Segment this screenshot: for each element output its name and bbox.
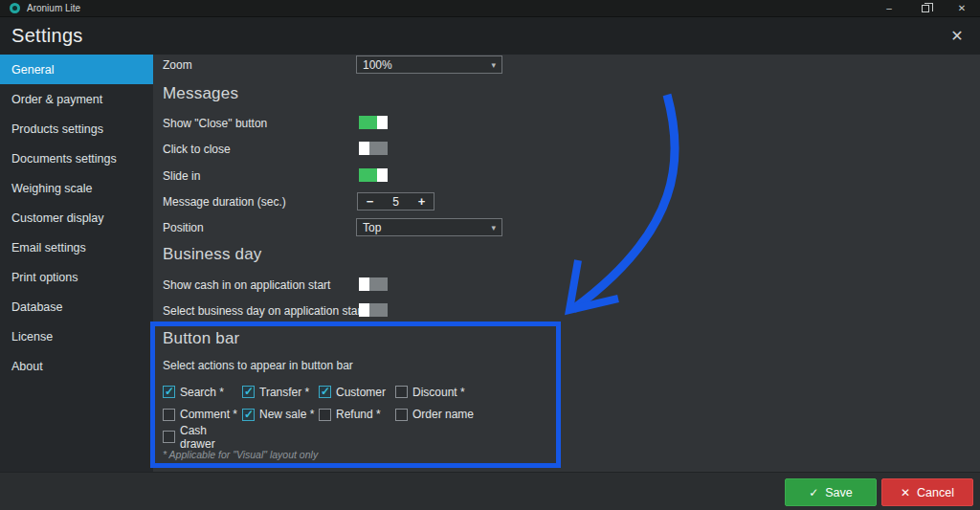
decrement-button[interactable]: − bbox=[358, 194, 382, 209]
toggle-knob bbox=[359, 303, 369, 317]
button-bar-section-title: Button bar bbox=[163, 329, 239, 348]
restore-icon bbox=[922, 5, 929, 12]
checkbox-cash-drawer[interactable]: Cash drawer bbox=[163, 424, 242, 451]
checkbox-customer[interactable]: Customer bbox=[319, 386, 395, 399]
close-button[interactable]: ✕ bbox=[944, 0, 980, 16]
sidebar-item-print-options[interactable]: Print options bbox=[0, 262, 153, 292]
sidebar-item-database[interactable]: Database bbox=[0, 292, 153, 322]
checkbox-discount[interactable]: Discount * bbox=[395, 386, 546, 399]
sidebar-item-documents-settings[interactable]: Documents settings bbox=[0, 144, 153, 173]
sidebar-item-license[interactable]: License bbox=[0, 322, 153, 351]
check-icon: ✓ bbox=[809, 486, 818, 499]
show-cash-in-toggle[interactable] bbox=[359, 277, 388, 291]
checkbox-icon bbox=[163, 386, 175, 398]
position-label: Position bbox=[163, 221, 204, 234]
sidebar-item-email-settings[interactable]: Email settings bbox=[0, 233, 153, 262]
checkbox-comment[interactable]: Comment * bbox=[163, 408, 242, 421]
app-logo-icon bbox=[10, 3, 20, 13]
checkbox-search[interactable]: Search * bbox=[163, 386, 242, 399]
chevron-down-icon: ▾ bbox=[491, 60, 496, 70]
show-close-button-label: Show "Close" button bbox=[163, 117, 267, 130]
toggle-knob bbox=[359, 277, 369, 291]
settings-header: Settings ✕ bbox=[0, 17, 980, 55]
toggle-knob bbox=[377, 116, 388, 129]
toggle-knob bbox=[359, 142, 369, 155]
show-cash-in-label: Show cash in on application start bbox=[163, 278, 330, 292]
cancel-button[interactable]: ✕ Cancel bbox=[881, 478, 973, 506]
minimize-button[interactable]: – bbox=[871, 0, 907, 16]
checkbox-icon bbox=[163, 431, 175, 443]
checkbox-new-sale[interactable]: New sale * bbox=[242, 408, 319, 421]
arrow-head bbox=[569, 260, 618, 310]
restore-button[interactable] bbox=[907, 0, 944, 16]
messages-section-title: Messages bbox=[163, 84, 238, 103]
checkbox-icon bbox=[395, 386, 408, 398]
app-title: Aronium Lite bbox=[27, 3, 80, 13]
message-duration-stepper: − 5 + bbox=[357, 192, 434, 211]
sidebar-item-general[interactable]: General bbox=[0, 55, 153, 84]
slide-in-toggle[interactable] bbox=[359, 168, 388, 182]
button-bar-checkbox-grid: Search * Transfer * Customer Discount * … bbox=[163, 381, 546, 449]
page-title: Settings bbox=[11, 25, 83, 47]
checkbox-order-name[interactable]: Order name bbox=[395, 408, 546, 421]
dialog-close-icon[interactable]: ✕ bbox=[944, 23, 970, 50]
checkbox-icon bbox=[163, 409, 175, 421]
checkbox-refund[interactable]: Refund * bbox=[319, 408, 395, 421]
titlebar: Aronium Lite – ✕ bbox=[0, 0, 980, 17]
checkbox-transfer[interactable]: Transfer * bbox=[242, 386, 319, 399]
sidebar-item-products-settings[interactable]: Products settings bbox=[0, 114, 153, 144]
zoom-dropdown-value: 100% bbox=[363, 58, 392, 72]
checkbox-icon bbox=[395, 409, 408, 421]
message-duration-value: 5 bbox=[382, 195, 410, 209]
message-duration-label: Message duration (sec.) bbox=[163, 195, 286, 209]
show-close-button-toggle[interactable] bbox=[359, 116, 388, 129]
sidebar-item-customer-display[interactable]: Customer display bbox=[0, 203, 153, 233]
window-controls: – ✕ bbox=[871, 0, 980, 16]
sidebar-item-weighing-scale[interactable]: Weighing scale bbox=[0, 173, 153, 203]
checkbox-icon bbox=[319, 386, 331, 398]
checkbox-icon bbox=[242, 409, 255, 421]
click-to-close-label: Click to close bbox=[163, 143, 231, 156]
checkbox-icon bbox=[242, 386, 255, 398]
sidebar-item-about[interactable]: About bbox=[0, 351, 153, 381]
increment-button[interactable]: + bbox=[410, 194, 434, 209]
zoom-label: Zoom bbox=[163, 58, 192, 72]
position-dropdown-value: Top bbox=[363, 221, 381, 234]
select-business-day-toggle[interactable] bbox=[359, 303, 388, 317]
app-window: Aronium Lite – ✕ Settings ✕ General Orde… bbox=[0, 0, 980, 510]
zoom-dropdown[interactable]: 100% ▾ bbox=[356, 55, 502, 74]
sidebar-item-order-payment[interactable]: Order & payment bbox=[0, 84, 153, 114]
chevron-down-icon: ▾ bbox=[491, 223, 496, 233]
toggle-knob bbox=[377, 168, 388, 182]
select-business-day-label: Select business day on application start bbox=[163, 304, 365, 318]
settings-sidebar: General Order & payment Products setting… bbox=[0, 55, 153, 472]
slide-in-label: Slide in bbox=[163, 169, 200, 183]
footer-bar: ✓ Save ✕ Cancel bbox=[0, 472, 980, 510]
business-day-section-title: Business day bbox=[163, 245, 262, 264]
click-to-close-toggle[interactable] bbox=[359, 142, 388, 155]
button-bar-footnote: * Applicable for "Visual" layout only bbox=[163, 449, 318, 460]
arrow-shaft bbox=[573, 95, 675, 309]
x-icon: ✕ bbox=[901, 486, 910, 499]
checkbox-icon bbox=[319, 409, 331, 421]
save-button[interactable]: ✓ Save bbox=[785, 478, 877, 506]
position-dropdown[interactable]: Top ▾ bbox=[356, 218, 502, 236]
button-bar-description: Select actions to appear in button bar bbox=[163, 359, 353, 372]
